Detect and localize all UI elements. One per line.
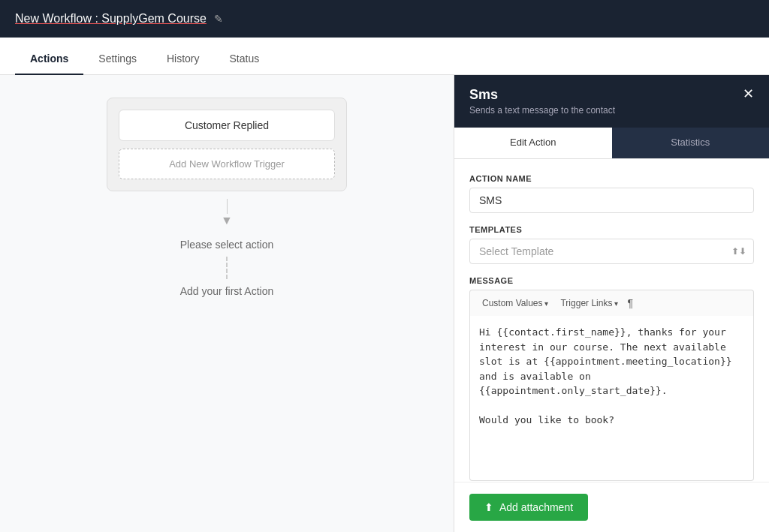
pilcrow-icon: ¶ xyxy=(627,297,633,309)
top-header: New Workflow : SupplyGem Course ✎ xyxy=(0,0,769,38)
add-first-action-label[interactable]: Add your first Action xyxy=(180,285,274,297)
panel-header: Sms Sends a text message to the contact … xyxy=(454,75,769,128)
templates-label: TEMPLATES xyxy=(469,225,754,234)
custom-values-button[interactable]: Custom Values ▾ xyxy=(479,296,551,310)
templates-select[interactable]: Select Template xyxy=(469,239,754,264)
tab-actions[interactable]: Actions xyxy=(15,44,83,75)
panel-title: Sms xyxy=(469,87,615,103)
workflow-title: New Workflow : SupplyGem Course xyxy=(15,12,207,26)
customer-replied-trigger[interactable]: Customer Replied xyxy=(119,110,335,141)
action-name-group: ACTION NAME xyxy=(469,174,754,213)
tab-status[interactable]: Status xyxy=(215,44,275,75)
tab-history[interactable]: History xyxy=(152,44,215,75)
message-textarea[interactable]: Hi {{contact.first_name}}, thanks for yo… xyxy=(469,316,754,481)
main-layout: Customer Replied Add New Workflow Trigge… xyxy=(0,75,769,532)
add-trigger-button[interactable]: Add New Workflow Trigger xyxy=(119,149,335,179)
panel-content: ACTION NAME TEMPLATES Select Template ⬆⬇… xyxy=(454,159,769,482)
action-placeholder: Please select action xyxy=(180,239,274,251)
trigger-links-label: Trigger Links xyxy=(560,298,612,308)
upload-icon: ⬆ xyxy=(484,501,493,513)
trigger-links-chevron-icon: ▾ xyxy=(614,299,618,308)
panel-title-group: Sms Sends a text message to the contact xyxy=(469,87,615,116)
panel-tabs: Edit Action Statistics xyxy=(454,128,769,159)
title-prefix: New Workflow : xyxy=(15,12,101,25)
templates-group: TEMPLATES Select Template ⬆⬇ xyxy=(469,225,754,264)
action-name-label: ACTION NAME xyxy=(469,174,754,183)
tab-statistics[interactable]: Statistics xyxy=(612,128,770,158)
workflow-area: Customer Replied Add New Workflow Trigge… xyxy=(0,75,454,532)
trigger-links-button[interactable]: Trigger Links ▾ xyxy=(557,296,621,310)
connector-line xyxy=(227,199,228,214)
right-panel: Sms Sends a text message to the contact … xyxy=(454,75,769,532)
edit-title-icon[interactable]: ✎ xyxy=(214,13,223,25)
message-toolbar: Custom Values ▾ Trigger Links ▾ ¶ xyxy=(469,290,754,316)
trigger-block: Customer Replied Add New Workflow Trigge… xyxy=(107,98,347,191)
panel-footer: ⬆ Add attachment xyxy=(454,482,769,532)
tab-edit-action[interactable]: Edit Action xyxy=(454,128,612,158)
message-group: MESSAGE Custom Values ▾ Trigger Links ▾ … xyxy=(469,276,754,482)
dashed-connector xyxy=(226,257,228,279)
arrow-down-icon: ▼ xyxy=(221,214,233,227)
custom-values-chevron-icon: ▾ xyxy=(544,299,548,308)
trigger-connector: ▼ xyxy=(221,199,233,227)
tab-settings[interactable]: Settings xyxy=(83,44,152,75)
custom-values-label: Custom Values xyxy=(482,298,542,308)
title-name: SupplyGem Course xyxy=(101,12,207,25)
action-name-input[interactable] xyxy=(469,188,754,213)
panel-subtitle: Sends a text message to the contact xyxy=(469,105,615,116)
message-label: MESSAGE xyxy=(469,276,754,285)
nav-tabs: Actions Settings History Status xyxy=(0,38,769,75)
add-attachment-button[interactable]: ⬆ Add attachment xyxy=(469,494,588,521)
templates-select-wrapper: Select Template ⬆⬇ xyxy=(469,239,754,264)
please-select-label[interactable]: Please select action xyxy=(180,239,274,251)
dashed-line xyxy=(226,257,228,279)
close-panel-button[interactable]: ✕ xyxy=(743,87,754,101)
add-attachment-label: Add attachment xyxy=(499,501,573,513)
